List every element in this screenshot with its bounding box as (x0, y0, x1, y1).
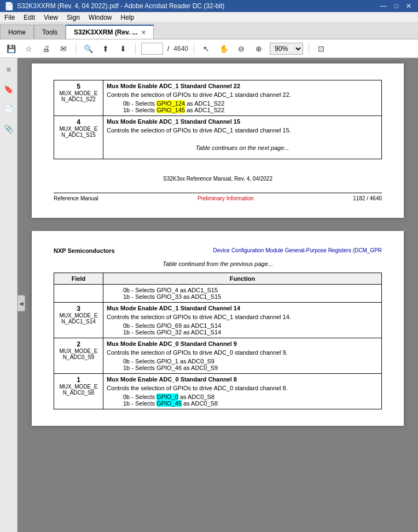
zoom-out-button[interactable]: 🔍 (82, 42, 95, 55)
field-name-label: MUX_MODE_EN_ADC0_S9 (57, 348, 100, 360)
footer-right: 1182 / 4640 (353, 195, 382, 201)
field-name-label: MUX_MODE_EN_ADC0_S8 (57, 384, 100, 396)
tab-tools-label: Tools (42, 28, 57, 36)
zoom-fit-button[interactable]: ⬆ (99, 42, 112, 55)
function-cell: Mux Mode Enable ADC_0 Standard Channel 8… (103, 374, 382, 409)
register-table-page2: Field Function 0b - Selects GPIO_4 as AD… (54, 273, 382, 409)
table-header-row: Field Function (54, 273, 382, 285)
maximize-button[interactable]: □ (392, 2, 400, 10)
function-desc: Controls the selection of GPIOs to drive… (107, 349, 378, 356)
menu-file[interactable]: File (4, 14, 15, 21)
function-title: Mux Mode Enable ADC_1 Standard Channel 2… (107, 83, 378, 89)
title-bar-content: 📄 S32K3XXRM (Rev. 4, 04 2022).pdf - Adob… (4, 2, 224, 10)
table-row: 5 MUX_MODE_EN_ADC1_S22 Mux Mode Enable A… (54, 80, 382, 116)
function-cell: Mux Mode Enable ADC_0 Standard Channel 9… (103, 338, 382, 374)
zoom-minus-button[interactable]: ⊖ (235, 42, 248, 55)
sidebar-panel-button[interactable]: ≡ (2, 62, 16, 77)
table-row: 3 MUX_MODE_EN_ADC1_S14 Mux Mode Enable A… (54, 303, 382, 338)
reference-line: S32K3xx Reference Manual, Rev. 4, 04/202… (54, 176, 382, 182)
field-number: 4 (57, 118, 100, 126)
hand-tool-button[interactable]: ✋ (217, 42, 230, 55)
function-cell: Mux Mode Enable ADC_1 Standard Channel 1… (103, 116, 382, 159)
window-title: S32K3XXRM (Rev. 4, 04 2022).pdf - Adobe … (17, 2, 224, 10)
option-1b: 1b - Selects GPIO_33 as ADC1_S15 (123, 293, 378, 300)
table-continues: Table continues on the next page... (107, 144, 378, 151)
option-0b: 0b - Selects GPIO_4 as ADC1_S15 (123, 287, 378, 293)
separator-2 (135, 43, 136, 54)
table-row: 0b - Selects GPIO_4 as ADC1_S15 1b - Sel… (54, 285, 382, 303)
menu-edit[interactable]: Edit (24, 14, 35, 21)
option-1b: 1b - Selects GPIO_145 as ADC1_S22 (123, 107, 378, 113)
function-desc: Controls the selection of GPIOs to drive… (107, 385, 378, 391)
continued-text: Table continued from the previous page..… (54, 261, 382, 267)
menu-sign[interactable]: Sign (67, 14, 80, 21)
tab-document-label: S32K3XXRM (Rev. ... (74, 28, 137, 36)
table-row: 4 MUX_MODE_EN_ADC1_S15 Mux Mode Enable A… (54, 116, 382, 159)
print-button[interactable]: 🖨 (39, 42, 53, 55)
title-bar: 📄 S32K3XXRM (Rev. 4, 04 2022).pdf - Adob… (0, 0, 418, 12)
option-1b: 1b - Selects GPIO_32 as ADC1_S14 (123, 329, 378, 336)
option-0b: 0b - Selects GPIO_124 as ADC1_S22 (123, 100, 378, 107)
menu-window[interactable]: Window (89, 14, 112, 21)
app-icon: 📄 (4, 2, 14, 10)
option-0b: 0b - Selects GPIO_69 as ADC1_S14 (123, 322, 378, 329)
column-field: Field (54, 273, 103, 285)
tab-tools[interactable]: Tools (34, 25, 66, 39)
window-controls[interactable]: — □ ✕ (378, 2, 414, 10)
register-table-page1: 5 MUX_MODE_EN_ADC1_S22 Mux Mode Enable A… (54, 80, 382, 159)
option-0b: 0b - Selects GPIO_1 as ADC0_S9 (123, 358, 378, 365)
tab-document[interactable]: S32K3XXRM (Rev. ... ✕ (66, 25, 153, 39)
pdf-page-1182: 5 MUX_MODE_EN_ADC1_S22 Mux Mode Enable A… (32, 63, 404, 218)
field-name-label: MUX_MODE_EN_ADC1_S15 (57, 126, 100, 138)
tab-close-icon[interactable]: ✕ (141, 30, 146, 36)
separator-1 (76, 43, 76, 54)
footer-center: Preliminary Information (98, 195, 353, 201)
sidebar-attachment-icon[interactable]: 📎 (2, 122, 16, 136)
page-separator: / (167, 45, 169, 53)
cursor-tool-button[interactable]: ↖ (200, 42, 213, 55)
option-1b: 1b - Selects GPIO_45 as ADC0_S8 (123, 400, 378, 407)
function-desc: Controls the selection of GPIOs to drive… (107, 127, 378, 134)
zoom-plus-button[interactable]: ⊕ (252, 42, 265, 55)
menu-view[interactable]: View (44, 14, 58, 21)
column-function: Function (103, 273, 382, 285)
field-number: 1 (57, 376, 100, 384)
company-name: NXP Semiconductors (54, 247, 115, 254)
field-number: 5 (57, 83, 100, 90)
fit-page-button[interactable]: ⊡ (315, 42, 328, 55)
sidebar-page-icon[interactable]: 📄 (2, 102, 16, 116)
sidebar-bookmark-icon[interactable]: 🔖 (2, 82, 16, 96)
field-number: 3 (57, 305, 100, 313)
tab-home[interactable]: Home (0, 25, 34, 39)
function-title: Mux Mode Enable ADC_0 Standard Channel 8 (107, 376, 378, 383)
close-button[interactable]: ✕ (404, 2, 414, 10)
zoom-fit-width-button[interactable]: ⬇ (117, 42, 130, 55)
tab-bar: Home Tools S32K3XXRM (Rev. ... ✕ (0, 23, 418, 39)
table-row: 2 MUX_MODE_EN_ADC0_S9 Mux Mode Enable AD… (54, 338, 382, 374)
zoom-select[interactable]: 50% 75% 90% 100% 125% 150% 200% (270, 43, 303, 55)
page-total: 4640 (173, 45, 188, 53)
field-cell: 3 MUX_MODE_EN_ADC1_S14 (54, 303, 103, 338)
separator-3 (194, 43, 194, 54)
highlight-gpio124: GPIO_124 (156, 100, 185, 107)
pdf-content-area[interactable]: 5 MUX_MODE_EN_ADC1_S22 Mux Mode Enable A… (18, 58, 418, 532)
left-sidebar: ≡ 🔖 📄 📎 (0, 58, 18, 532)
field-cell: 5 MUX_MODE_EN_ADC1_S22 (54, 80, 103, 116)
bookmark-button[interactable]: ☆ (22, 42, 35, 55)
field-number: 2 (57, 340, 100, 348)
save-button[interactable]: 💾 (4, 42, 18, 55)
function-title: Mux Mode Enable ADC_0 Standard Channel 9 (107, 340, 378, 347)
page-number-input[interactable]: 1183 (141, 43, 163, 55)
highlight-gpio45: GPIO_45 (156, 400, 182, 407)
field-name-label: MUX_MODE_EN_ADC1_S14 (57, 313, 100, 325)
field-name-label: MUX_MODE_EN_ADC1_S22 (57, 90, 100, 102)
pdf-page-1183: NXP Semiconductors Device Configuration … (32, 231, 404, 426)
menu-help[interactable]: Help (121, 14, 135, 21)
sidebar-collapse-button[interactable]: ◀ (18, 295, 25, 311)
minimize-button[interactable]: — (378, 2, 389, 10)
option-1b: 1b - Selects GPIO_46 as ADC0_S9 (123, 365, 378, 371)
table-row: 1 MUX_MODE_EN_ADC0_S8 Mux Mode Enable AD… (54, 374, 382, 409)
email-button[interactable]: ✉ (57, 42, 70, 55)
menu-bar: File Edit View Sign Window Help (0, 12, 418, 23)
separator-4 (309, 43, 309, 54)
